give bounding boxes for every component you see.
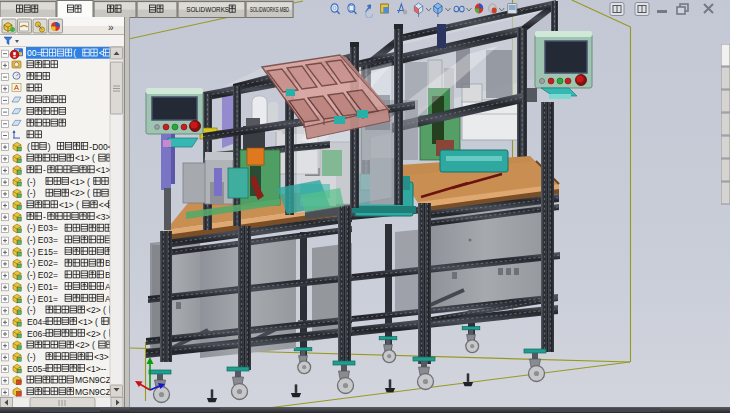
- svg-text:»: »: [108, 22, 114, 33]
- svg-text:(-) E15=: (-) E15=: [27, 247, 58, 257]
- svg-text:(-): (-): [27, 305, 36, 315]
- svg-text:A: A: [14, 83, 19, 92]
- svg-text:E04=: E04=: [27, 317, 47, 327]
- svg-text:(-): (-): [27, 177, 36, 187]
- svg-text:00=: 00=: [27, 48, 41, 58]
- svg-text:SOLIDWORKS MBD: SOLIDWORKS MBD: [250, 6, 289, 13]
- svg-text:(-) E01=: (-) E01=: [27, 294, 58, 304]
- svg-text:(-) E03=: (-) E03=: [27, 223, 58, 233]
- svg-text:E05=: E05=: [27, 364, 47, 374]
- svg-text:<1>--: <1>--: [86, 364, 106, 374]
- svg-text:<2> (: <2> (: [75, 340, 95, 350]
- svg-text:<1> (: <1> (: [78, 317, 98, 327]
- svg-text:<1> (: <1> (: [59, 200, 79, 210]
- svg-text:<: <: [99, 48, 104, 58]
- svg-text:<1>: <1>: [96, 165, 111, 175]
- svg-text:<2> (: <2> (: [70, 188, 90, 198]
- svg-text:<1> (: <1> (: [70, 177, 90, 187]
- svg-text:-: -: [43, 212, 46, 222]
- svg-text:-: -: [43, 165, 46, 175]
- svg-text:(-) E03=: (-) E03=: [27, 235, 58, 245]
- svg-text:<2> (: <2> (: [86, 305, 106, 315]
- svg-text:(: (: [73, 48, 76, 58]
- svg-text:<2> (: <2> (: [86, 329, 106, 339]
- svg-text:<1> (: <1> (: [75, 153, 95, 163]
- svg-text:<3>: <3>: [96, 212, 111, 222]
- svg-text:(-) E02=: (-) E02=: [27, 258, 58, 268]
- svg-text:(-) E01=: (-) E01=: [27, 282, 58, 292]
- svg-text:(: (: [27, 142, 30, 152]
- svg-text:(-): (-): [27, 188, 36, 198]
- svg-text:(-) E02=: (-) E02=: [27, 270, 58, 280]
- svg-text:): ): [48, 142, 51, 152]
- svg-text:SOLIDWORKS: SOLIDWORKS: [186, 6, 229, 13]
- svg-text:(-): (-): [27, 352, 36, 362]
- svg-text:E06=: E06=: [27, 329, 47, 339]
- svg-text:<<: <<: [99, 200, 109, 210]
